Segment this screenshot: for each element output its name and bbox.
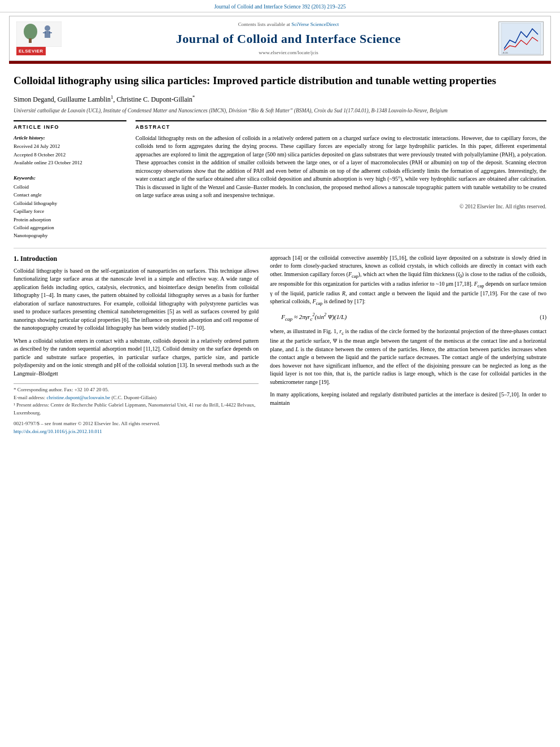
author-names: Simon Degand, Guillaume Lamblin1, Christ… <box>14 95 195 103</box>
footnote-present: ¹ Present address: Centre de Recherche P… <box>14 401 259 417</box>
footnote-corresponding: * Corresponding author. Fax: +32 10 47 2… <box>14 386 259 394</box>
footnote-license: 0021-9797/$ – see front matter © 2012 El… <box>14 420 259 428</box>
svg-rect-4 <box>45 31 50 38</box>
authors: Simon Degand, Guillaume Lamblin1, Christ… <box>14 94 546 104</box>
keywords-list: Colloid Contact angle Colloidal lithogra… <box>14 183 126 240</box>
svg-rect-6 <box>49 32 52 33</box>
sciverse-line: Contents lists available at SciVerse Sci… <box>78 21 498 28</box>
article-info-heading: ARTICLE INFO <box>14 124 126 131</box>
article-info-box: ARTICLE INFO Article history: Received 2… <box>14 120 126 240</box>
journal-url: www.elsevier.com/locate/jcis <box>78 49 498 56</box>
abstract-box: ABSTRACT Colloidal lithography rests on … <box>135 120 546 240</box>
abstract-text: Colloidal lithography rests on the adhes… <box>135 134 546 200</box>
copyright-line: © 2012 Elsevier Inc. All rights reserved… <box>135 203 546 211</box>
history-label: Article history: <box>14 134 126 142</box>
formula-number: (1) <box>540 313 546 321</box>
abstract-heading: ABSTRACT <box>135 124 546 131</box>
email-link[interactable]: christine.dupont@uclouvain.be <box>46 395 110 400</box>
keywords-label: Keywords: <box>14 174 126 182</box>
formula-text: Fcap ≈ 2πγrc2(sin2 Ψ)(1/L) <box>281 312 347 323</box>
footnotes-section: * Corresponding author. Fax: +32 10 47 2… <box>14 383 259 435</box>
svg-rect-0 <box>16 21 62 47</box>
elsevier-tree-icon <box>16 21 62 47</box>
section1-right-para1: approach [14] or the colloidal convectiv… <box>270 254 546 308</box>
elsevier-logo: ELSEVIER <box>16 21 78 55</box>
journal-header-center: Contents lists available at SciVerse Sci… <box>78 21 498 56</box>
info-abstract-section: ARTICLE INFO Article history: Received 2… <box>14 120 546 240</box>
body-left-col: 1. Introduction Colloidal lithography is… <box>14 254 259 435</box>
main-content: Colloidal lithography using silica parti… <box>0 64 560 441</box>
formula-1: Fcap ≈ 2πγrc2(sin2 Ψ)(1/L) (1) <box>281 312 546 323</box>
footnote-email: E-mail address: christine.dupont@uclouva… <box>14 394 259 402</box>
received-date: Received 24 July 2012 Accepted 8 October… <box>14 142 126 167</box>
affiliation: Université catholique de Louvain (UCL), … <box>14 107 546 115</box>
svg-point-3 <box>45 25 50 31</box>
section1-para1: Colloidal lithography is based on the se… <box>14 267 259 333</box>
body-right-col: approach [14] or the colloidal convectiv… <box>270 254 546 435</box>
elsevier-brand-box: ELSEVIER <box>16 47 46 55</box>
section1-para2: When a colloidal solution enters in cont… <box>14 337 259 378</box>
svg-point-1 <box>24 24 37 40</box>
section1-title: 1. Introduction <box>14 254 259 264</box>
body-section: 1. Introduction Colloidal lithography is… <box>14 254 546 435</box>
section1-right-para3: In many applications, keeping isolated a… <box>270 391 546 407</box>
svg-rect-2 <box>29 38 32 43</box>
section1-right-para2: where, as illustrated in Fig. 1, rc is t… <box>270 327 546 386</box>
and-text: and <box>286 346 294 352</box>
footnote-doi: http://dx.doi.org/10.1016/j.jcis.2012.10… <box>14 428 259 436</box>
svg-text:JCIS: JCIS <box>502 51 508 54</box>
top-bar: Journal of Colloid and Interface Science… <box>0 0 560 12</box>
article-title: Colloidal lithography using silica parti… <box>14 74 546 88</box>
journal-reference: Journal of Colloid and Interface Science… <box>214 4 345 10</box>
section-divider <box>14 248 546 248</box>
journal-title: Journal of Colloid and Interface Science <box>78 30 498 48</box>
sciverse-link[interactable]: SciVerse ScienceDirect <box>291 21 339 27</box>
doi-link[interactable]: http://dx.doi.org/10.1016/j.jcis.2012.10… <box>14 429 102 434</box>
svg-rect-5 <box>43 32 46 33</box>
journal-cover-image: JCIS <box>498 21 544 55</box>
